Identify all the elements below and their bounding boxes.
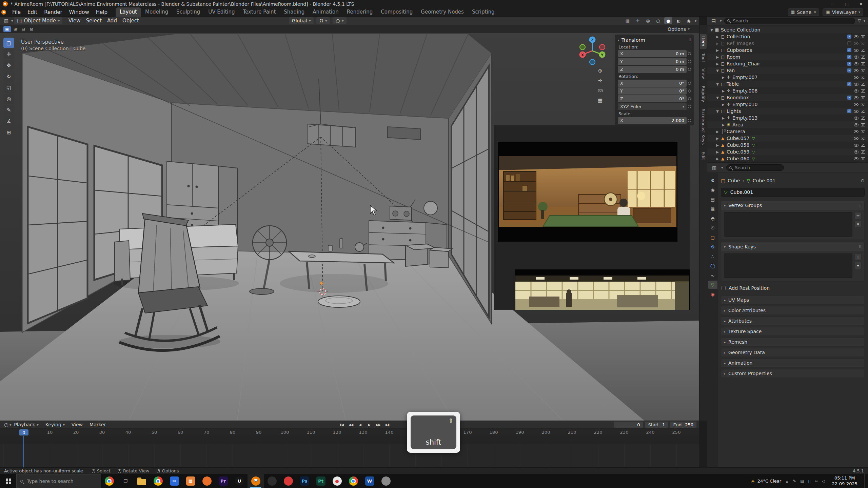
shading-wireframe-icon[interactable]: ○: [654, 17, 662, 24]
transform-orientation-selector[interactable]: Global ▾: [289, 17, 314, 24]
scale-x-field[interactable]: X2.000: [618, 117, 687, 124]
decorate-icon[interactable]: [688, 89, 691, 93]
workspace-tab-rendering[interactable]: Rendering: [343, 7, 377, 17]
shading-material-icon[interactable]: ◐: [674, 17, 683, 24]
timeline-menu-keying[interactable]: Keying▾: [43, 422, 67, 428]
app-white-red-icon[interactable]: ●: [329, 474, 345, 488]
disable-render-icon[interactable]: [861, 150, 865, 154]
panel-attributes[interactable]: ▸Attributes: [721, 317, 865, 325]
outliner-item-cube-058[interactable]: ▶▲Cube.058▽: [707, 142, 868, 148]
pin-icon[interactable]: ⊙: [861, 178, 865, 183]
cortana-icon[interactable]: [101, 474, 117, 488]
outliner-item-empty-013[interactable]: ▶✛Empty.013: [707, 115, 868, 121]
menu-render[interactable]: Render: [41, 8, 65, 16]
outliner-item-cube-059[interactable]: ▶▲Cube.059▽: [707, 148, 868, 155]
tab-output[interactable]: ▤: [708, 195, 717, 203]
viewport-menu-object[interactable]: Object: [120, 17, 142, 24]
disable-render-icon[interactable]: [861, 157, 865, 160]
xray-toggle-icon[interactable]: ▥: [624, 17, 632, 24]
menu-help[interactable]: Help: [93, 8, 111, 16]
tab-render[interactable]: ◉: [708, 186, 717, 194]
sidebar-tab-item[interactable]: Item: [700, 34, 707, 49]
outliner-item-empty-008[interactable]: ▶✛Empty.008: [707, 87, 868, 94]
chrome-icon[interactable]: [345, 474, 361, 488]
timeline-tracks[interactable]: [0, 436, 699, 467]
minimize-button[interactable]: ─: [825, 0, 840, 8]
tab-object[interactable]: ▢: [708, 233, 717, 241]
expand-icon[interactable]: ▶: [721, 116, 726, 120]
keyboard-icon[interactable]: ▤: [800, 479, 804, 484]
maximize-button[interactable]: □: [840, 0, 854, 8]
select-mode-intersect-icon[interactable]: ⊠: [28, 26, 35, 32]
play-reverse-button[interactable]: ◀: [356, 421, 364, 428]
disable-render-icon[interactable]: [861, 96, 865, 99]
frame-end-field[interactable]: End 250: [670, 422, 696, 428]
pan-icon[interactable]: ✛: [596, 76, 605, 85]
outliner-filter-caret[interactable]: ▾: [864, 19, 865, 23]
blender-icon[interactable]: [248, 474, 264, 488]
perspective-toggle-icon[interactable]: ▦: [596, 96, 605, 105]
workspace-tab-compositing[interactable]: Compositing: [377, 7, 417, 17]
disable-render-icon[interactable]: [861, 69, 865, 72]
hide-viewport-icon[interactable]: [854, 62, 859, 65]
decorate-icon[interactable]: [688, 105, 691, 108]
mirror[interactable]: [424, 201, 437, 215]
play-button[interactable]: ▶: [365, 421, 373, 428]
outliner-item-lights[interactable]: ▼▢Lights✓: [707, 108, 868, 115]
collapse-icon[interactable]: ▼: [715, 82, 720, 86]
expand-icon[interactable]: ▶: [715, 35, 720, 39]
transform-panel-header[interactable]: ▾ Transform ⠿: [618, 36, 691, 44]
app-gray-icon[interactable]: [378, 474, 394, 488]
collapse-icon[interactable]: ▼: [715, 109, 720, 113]
mail-icon[interactable]: ✉: [166, 474, 182, 488]
panel-custom-properties[interactable]: ▸Custom Properties: [721, 369, 865, 378]
hide-viewport-icon[interactable]: [854, 130, 859, 133]
gizmos-toggle-icon[interactable]: ✛: [634, 17, 642, 24]
task-view-icon[interactable]: ❐: [117, 474, 134, 488]
hide-viewport-icon[interactable]: [854, 117, 859, 120]
navigation-gizmo[interactable]: Z Y X: [574, 32, 611, 69]
tool-rotate[interactable]: ↻: [3, 71, 14, 82]
current-frame-field[interactable]: 0: [614, 422, 643, 428]
battery-icon[interactable]: ▯: [808, 479, 811, 484]
collapse-icon[interactable]: ▼: [715, 69, 720, 73]
outliner-item-empty-007[interactable]: ▶✛Empty.007: [707, 74, 868, 81]
workspace-tab-sculpting[interactable]: Sculpting: [172, 7, 204, 17]
select-mode-set-icon[interactable]: ▣: [3, 26, 11, 32]
outliner-item-ref-images[interactable]: ▶▢Ref_Images✓: [707, 40, 868, 47]
disable-render-icon[interactable]: [861, 117, 865, 120]
volume-icon[interactable]: ◁: [822, 479, 825, 484]
disable-render-icon[interactable]: [861, 110, 865, 113]
vertex-groups-list[interactable]: [724, 212, 852, 237]
timeline-editor-icon[interactable]: ◷: [3, 422, 9, 427]
rotation-x-field[interactable]: X0°: [618, 80, 687, 87]
mode-selector[interactable]: ▢ Object Mode ▾: [14, 17, 62, 24]
timeline-menu-view[interactable]: View: [69, 422, 85, 428]
zoom-icon[interactable]: ⊕: [596, 66, 605, 75]
panel-color-attributes[interactable]: ▸Color Attributes: [721, 306, 865, 315]
tab-object-data[interactable]: ▽: [708, 281, 717, 289]
taskbar-clock[interactable]: 05:11 PM 22-09-2025: [830, 475, 860, 487]
tab-view-layer[interactable]: ▦: [708, 205, 717, 213]
expand-icon[interactable]: ▶: [715, 48, 720, 52]
disable-render-icon[interactable]: [861, 137, 865, 140]
reference-image-1[interactable]: [498, 142, 677, 242]
obs-icon[interactable]: [264, 474, 280, 488]
workspace-tab-scripting[interactable]: Scripting: [468, 7, 499, 17]
menu-file[interactable]: File: [9, 8, 24, 16]
proportional-edit-toggle[interactable]: ○ ▾: [333, 17, 347, 24]
viewport-menu-select[interactable]: Select: [83, 17, 104, 24]
view-layer-selector[interactable]: ▣ ViewLayer ▾: [823, 8, 863, 16]
expand-icon[interactable]: ▶: [715, 42, 720, 45]
shading-dropdown-icon[interactable]: ▾: [695, 19, 696, 23]
tab-tool[interactable]: ⚙: [708, 176, 717, 184]
unreal-icon[interactable]: U: [231, 474, 248, 488]
floor-cushion[interactable]: [318, 296, 360, 307]
exclude-checkbox[interactable]: ✓: [847, 35, 851, 39]
vertex-group-specials-button[interactable]: ▾: [854, 221, 862, 228]
outliner-item-empty-010[interactable]: ▶✛Empty.010: [707, 101, 868, 108]
app-red-icon[interactable]: [280, 474, 296, 488]
exclude-checkbox[interactable]: ✓: [847, 48, 851, 52]
outliner-item-scene-collection[interactable]: ▼▦Scene Collection: [707, 26, 868, 33]
hide-viewport-icon[interactable]: [854, 35, 859, 38]
